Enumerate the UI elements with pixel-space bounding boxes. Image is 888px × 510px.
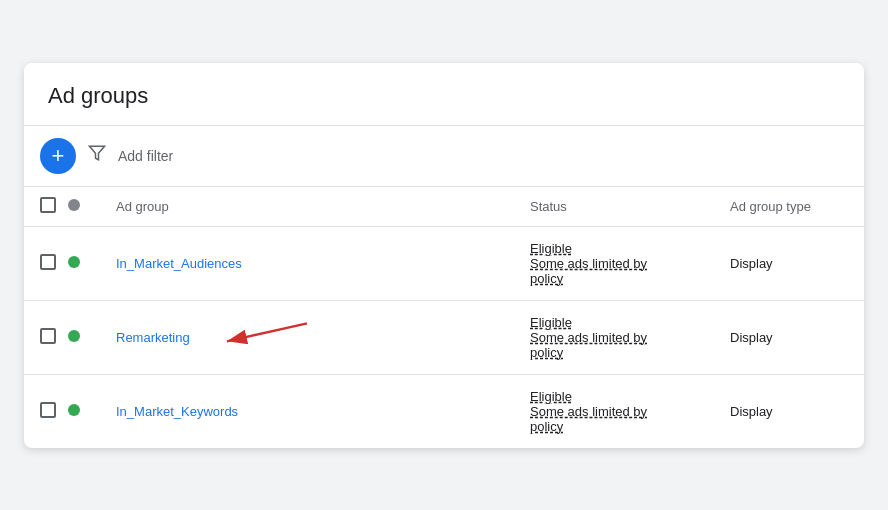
row-checkbox-cell <box>24 300 64 374</box>
row-checkbox[interactable] <box>40 328 56 344</box>
row-checkbox-cell <box>24 374 64 448</box>
header-checkbox-cell <box>24 187 64 227</box>
status-dot <box>68 256 80 268</box>
svg-marker-0 <box>90 146 105 160</box>
ad-groups-table: Ad group Status Ad group type In_Market_… <box>24 187 864 448</box>
status-cell: Eligible Some ads limited bypolicy <box>514 374 714 448</box>
table-row: In_Market_Keywords Eligible Some ads lim… <box>24 374 864 448</box>
header-status: Status <box>514 187 714 227</box>
table-header-row: Ad group Status Ad group type <box>24 187 864 227</box>
row-checkbox[interactable] <box>40 254 56 270</box>
adgroup-link[interactable]: In_Market_Keywords <box>116 404 238 419</box>
add-filter-label[interactable]: Add filter <box>118 148 173 164</box>
status-text: Eligible Some ads limited bypolicy <box>530 241 698 286</box>
ad-group-type-value: Display <box>730 330 773 345</box>
status-cell: Eligible Some ads limited bypolicy <box>514 300 714 374</box>
table-row: In_Market_Audiences Eligible Some ads li… <box>24 226 864 300</box>
type-cell: Display <box>714 226 864 300</box>
adgroup-link[interactable]: In_Market_Audiences <box>116 256 242 271</box>
toolbar: + Add filter <box>24 126 864 187</box>
header-checkbox[interactable] <box>40 197 56 213</box>
status-eligible[interactable]: Eligible <box>530 241 572 256</box>
header-adgroup: Ad group <box>100 187 514 227</box>
adgroup-name-cell: In_Market_Keywords <box>100 374 514 448</box>
red-arrow-icon <box>197 313 317 356</box>
type-cell: Display <box>714 374 864 448</box>
header-status-dot <box>68 199 80 211</box>
row-dot-cell <box>64 226 100 300</box>
plus-icon: + <box>52 145 65 167</box>
adgroup-link[interactable]: Remarketing <box>116 330 190 345</box>
filter-icon[interactable] <box>88 144 106 167</box>
adgroup-name-cell: In_Market_Audiences <box>100 226 514 300</box>
header-dot-cell <box>64 187 100 227</box>
table-row: Remarketing Eligible Some ads limited by… <box>24 300 864 374</box>
status-cell: Eligible Some ads limited bypolicy <box>514 226 714 300</box>
status-dot <box>68 330 80 342</box>
status-limited[interactable]: Some ads limited bypolicy <box>530 256 647 286</box>
status-text: Eligible Some ads limited bypolicy <box>530 315 698 360</box>
status-eligible[interactable]: Eligible <box>530 389 572 404</box>
svg-line-2 <box>227 323 307 341</box>
status-limited[interactable]: Some ads limited bypolicy <box>530 404 647 434</box>
adgroup-name-cell: Remarketing <box>100 300 514 374</box>
row-checkbox[interactable] <box>40 402 56 418</box>
ad-group-type-value: Display <box>730 404 773 419</box>
status-limited[interactable]: Some ads limited bypolicy <box>530 330 647 360</box>
status-eligible[interactable]: Eligible <box>530 315 572 330</box>
status-dot <box>68 404 80 416</box>
row-dot-cell <box>64 300 100 374</box>
row-dot-cell <box>64 374 100 448</box>
status-text: Eligible Some ads limited bypolicy <box>530 389 698 434</box>
ad-groups-card: Ad groups + Add filter Ad group Status A… <box>24 63 864 448</box>
row-checkbox-cell <box>24 226 64 300</box>
type-cell: Display <box>714 300 864 374</box>
add-button[interactable]: + <box>40 138 76 174</box>
page-title: Ad groups <box>24 63 864 126</box>
ad-group-type-value: Display <box>730 256 773 271</box>
header-type: Ad group type <box>714 187 864 227</box>
